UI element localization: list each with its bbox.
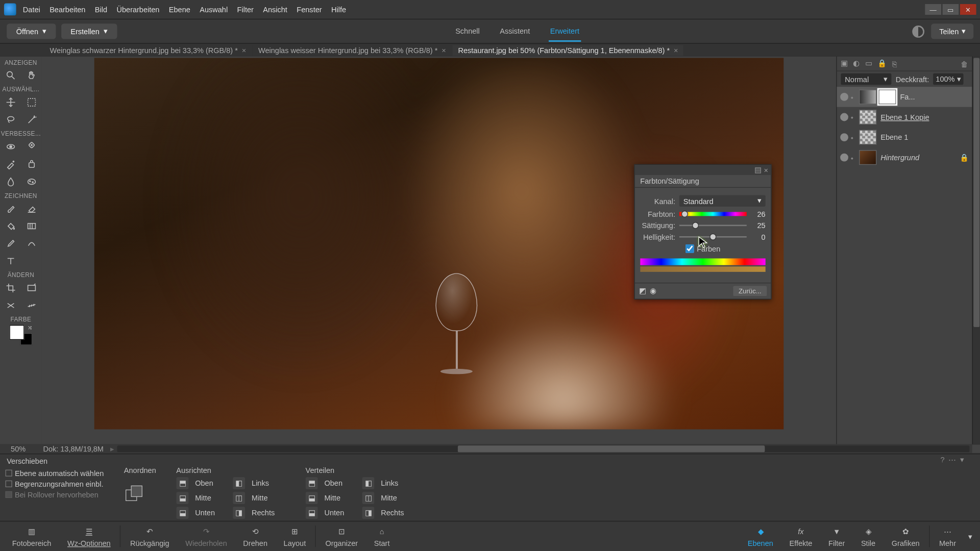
new-layer-icon[interactable]: ▣ <box>841 59 847 68</box>
redeye-tool[interactable] <box>0 138 21 155</box>
layout-button[interactable]: ⊞Layout <box>276 524 314 548</box>
menu-ansicht[interactable]: Ansicht <box>263 6 287 14</box>
trash-icon[interactable]: 🗑 <box>961 60 968 68</box>
align-center-icon[interactable]: ◫ <box>233 492 245 504</box>
help-icon[interactable]: ? <box>940 456 944 464</box>
visibility-icon[interactable] <box>840 113 848 121</box>
crop-tool[interactable] <box>0 279 21 296</box>
menu-icon[interactable]: ⋯ <box>948 456 956 464</box>
effects-tab[interactable]: fxEffekte <box>781 524 821 548</box>
dist-right-icon[interactable]: ◨ <box>362 507 374 519</box>
close-icon[interactable]: × <box>674 46 678 54</box>
menu-ueberarbeiten[interactable]: Überarbeiten <box>117 6 160 14</box>
blur-tool[interactable] <box>0 173 21 190</box>
swap-colors-icon[interactable]: ⤭ <box>28 325 32 331</box>
scrollbar-thumb[interactable] <box>973 58 979 327</box>
marquee-tool[interactable] <box>21 93 42 111</box>
reset-button[interactable]: Zurüc... <box>733 286 767 296</box>
open-button[interactable]: Öffnen▾ <box>7 23 56 39</box>
close-icon[interactable]: × <box>242 46 246 54</box>
scroll-arrow[interactable] <box>972 445 980 453</box>
wand-tool[interactable] <box>21 111 42 129</box>
dist-middle-icon[interactable]: ⬓ <box>306 492 318 504</box>
color-swatch[interactable]: ⤭ <box>9 325 32 345</box>
minimize-button[interactable]: — <box>925 4 941 15</box>
wz-options-button[interactable]: ☰Wz-Optionen <box>59 524 118 548</box>
opacity-value[interactable]: 100% ▾ <box>933 73 964 85</box>
layer-thumb[interactable] <box>859 130 876 145</box>
foreground-color[interactable] <box>9 325 24 340</box>
organizer-button[interactable]: ⊡Organizer <box>317 524 366 548</box>
create-button[interactable]: Erstellen▾ <box>61 23 117 39</box>
spot-heal-tool[interactable] <box>21 138 42 155</box>
fx-icon[interactable]: ⬥ <box>850 155 857 161</box>
layer-mask[interactable] <box>878 89 896 104</box>
text-tool[interactable] <box>0 253 21 270</box>
maximize-button[interactable]: ▭ <box>943 4 959 15</box>
lightness-slider[interactable] <box>679 236 747 238</box>
move-tool[interactable] <box>0 93 21 111</box>
tab-erweitert[interactable]: Erweitert <box>549 21 581 42</box>
straighten-tool[interactable] <box>21 297 42 314</box>
layer-row[interactable]: ⬥ Hintergrund 🔒 <box>837 147 972 168</box>
layer-thumb[interactable] <box>859 89 876 104</box>
menu-bild[interactable]: Bild <box>95 6 107 14</box>
link-icon[interactable]: ⎘ <box>892 60 897 68</box>
document-tab[interactable]: Weinglas weisser Hintergrund.jpg bei 33,… <box>253 45 451 56</box>
blend-mode-select[interactable]: Normal▾ <box>841 73 892 85</box>
layers-tab[interactable]: ◆Ebenen <box>740 524 781 548</box>
layer-row[interactable]: ⬥ Ebene 1 Kopie <box>837 107 972 128</box>
visibility-icon[interactable] <box>840 133 848 141</box>
fotobereich-button[interactable]: ▥Fotobereich <box>4 524 59 548</box>
document-tab[interactable]: Weinglas schwarzer Hintergrund.jpg bei 3… <box>44 45 252 56</box>
panel-titlebar[interactable]: ▤ × <box>635 165 771 175</box>
fx-icon[interactable]: ⬥ <box>850 114 857 120</box>
menu-bearbeiten[interactable]: Bearbeiten <box>50 6 85 14</box>
hand-tool[interactable] <box>21 67 42 84</box>
hue-value[interactable]: 26 <box>751 210 766 218</box>
kanal-select[interactable]: Standard▾ <box>679 195 766 207</box>
menu-hilfe[interactable]: Hilfe <box>331 6 346 14</box>
colorize-input[interactable] <box>685 244 694 253</box>
layer-thumb[interactable] <box>859 150 876 165</box>
doc-size[interactable]: Dok: 13,8M/19,8M <box>36 445 110 453</box>
document-tab[interactable]: Restaurant.jpg bei 50% (Farbton/Sättigun… <box>453 45 683 56</box>
bounding-box-checkbox[interactable]: Begrenzungsrahmen einbl. <box>6 480 104 488</box>
filters-tab[interactable]: ▼Filter <box>820 524 853 548</box>
styles-tab[interactable]: ◈Stile <box>853 524 884 548</box>
slider-thumb[interactable] <box>709 234 716 240</box>
light-value[interactable]: 0 <box>751 233 766 241</box>
close-icon[interactable]: × <box>442 46 446 54</box>
smart-brush-tool[interactable] <box>0 156 21 173</box>
menu-ebene[interactable]: Ebene <box>169 6 190 14</box>
layer-name[interactable]: Ebene 1 Kopie <box>880 113 929 121</box>
layer-name[interactable]: Fa... <box>900 93 915 101</box>
rotate-button[interactable]: ⟲Drehen <box>235 524 276 548</box>
align-top-icon[interactable]: ⬒ <box>176 477 188 489</box>
slider-thumb[interactable] <box>681 211 688 217</box>
content-aware-tool[interactable] <box>0 297 21 314</box>
hue-saturation-panel[interactable]: ▤ × Farbton/Sättigung Kanal: Standard▾ F… <box>634 164 771 299</box>
dist-bottom-icon[interactable]: ⬓ <box>306 507 318 519</box>
align-right-icon[interactable]: ◨ <box>233 507 245 519</box>
vertical-scrollbar[interactable] <box>972 57 980 444</box>
start-button[interactable]: ⌂Start <box>366 524 398 548</box>
layer-thumb[interactable] <box>859 110 876 124</box>
panel-menu-icon[interactable]: ▤ <box>754 165 761 174</box>
menu-auswahl[interactable]: Auswahl <box>200 6 228 14</box>
saturation-slider[interactable] <box>679 225 747 227</box>
layer-row[interactable]: ⬥ Ebene 1 <box>837 127 972 147</box>
menu-filter[interactable]: Filter <box>237 6 254 14</box>
dist-top-icon[interactable]: ⬒ <box>306 477 318 489</box>
theme-toggle-icon[interactable] <box>913 25 925 37</box>
sat-value[interactable]: 25 <box>751 221 766 230</box>
lasso-tool[interactable] <box>0 111 21 129</box>
visibility-icon[interactable]: ◉ <box>650 287 656 295</box>
align-left-icon[interactable]: ◧ <box>233 477 245 489</box>
pencil-tool[interactable] <box>21 253 42 270</box>
brush-tool[interactable] <box>0 200 21 217</box>
fx-icon[interactable]: ⬥ <box>850 94 857 100</box>
layer-row[interactable]: ⬥ Fa... <box>837 87 972 107</box>
shape-tool[interactable] <box>21 235 42 252</box>
sponge-tool[interactable] <box>21 173 42 190</box>
